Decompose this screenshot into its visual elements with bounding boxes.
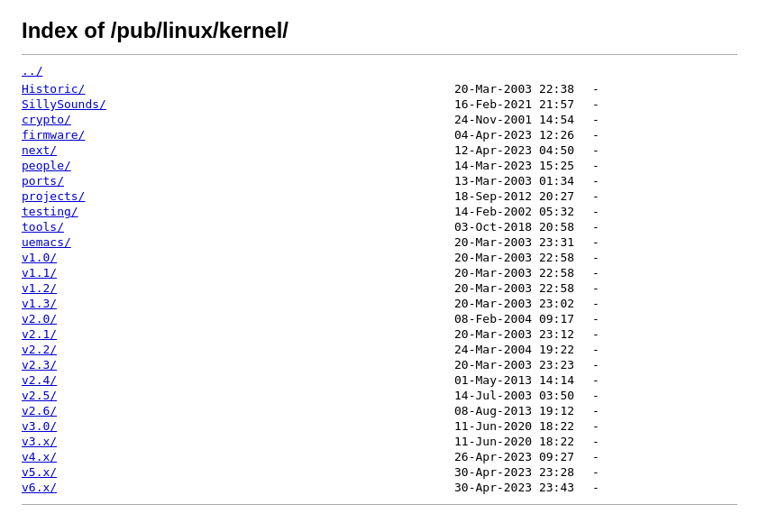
file-size: -: [574, 372, 737, 388]
file-link[interactable]: v2.6/: [22, 404, 57, 417]
bottom-divider: [22, 504, 737, 505]
file-link[interactable]: v5.x/: [22, 465, 57, 479]
file-link[interactable]: v2.5/: [22, 389, 57, 402]
list-item: firmware/04-Apr-2023 12:26-: [22, 127, 737, 142]
file-link[interactable]: ports/: [22, 174, 64, 188]
list-item: v1.0/20-Mar-2003 22:58-: [22, 250, 737, 265]
file-date: 20-Mar-2003 23:02: [274, 296, 574, 311]
file-size: -: [574, 219, 737, 234]
file-link[interactable]: firmware/: [22, 128, 85, 142]
file-size: -: [574, 342, 737, 357]
file-link[interactable]: v2.3/: [22, 358, 57, 371]
file-date: 20-Mar-2003 22:58: [274, 250, 574, 265]
file-date: 24-Mar-2004 19:22: [274, 342, 574, 357]
file-date: 11-Jun-2020 18:22: [274, 418, 574, 434]
list-item: projects/18-Sep-2012 20:27-: [22, 188, 737, 204]
file-size: -: [574, 204, 737, 219]
file-date: 20-Mar-2003 22:38: [274, 81, 574, 96]
file-size: -: [574, 296, 737, 311]
file-date: 08-Feb-2004 09:17: [274, 311, 574, 326]
list-item: next/12-Apr-2023 04:50-: [22, 142, 737, 158]
list-item: v2.6/08-Aug-2013 19:12-: [22, 403, 737, 418]
list-item: v2.0/08-Feb-2004 09:17-: [22, 311, 737, 326]
list-item: SillySounds/16-Feb-2021 21:57-: [22, 96, 737, 112]
file-size: -: [574, 142, 737, 158]
list-item: v5.x/30-Apr-2023 23:28-: [22, 464, 737, 480]
file-link[interactable]: v2.0/: [22, 312, 57, 326]
file-link[interactable]: v4.x/: [22, 450, 57, 463]
file-size: -: [574, 96, 737, 112]
file-size: -: [574, 188, 737, 204]
list-item: crypto/24-Nov-2001 14:54-: [22, 112, 737, 127]
file-table: Historic/20-Mar-2003 22:38-SillySounds/1…: [22, 81, 737, 495]
file-link[interactable]: v2.2/: [22, 343, 57, 356]
parent-link[interactable]: ../: [22, 64, 737, 78]
file-date: 13-Mar-2003 01:34: [274, 173, 574, 188]
list-item: people/14-Mar-2023 15:25-: [22, 158, 737, 173]
file-link[interactable]: v3.x/: [22, 435, 57, 448]
file-link[interactable]: v2.1/: [22, 327, 57, 341]
file-size: -: [574, 326, 737, 342]
file-date: 01-May-2013 14:14: [274, 372, 574, 388]
file-size: -: [574, 464, 737, 480]
file-date: 24-Nov-2001 14:54: [274, 112, 574, 127]
file-date: 16-Feb-2021 21:57: [274, 96, 574, 112]
file-date: 08-Aug-2013 19:12: [274, 403, 574, 418]
list-item: v2.5/14-Jul-2003 03:50-: [22, 388, 737, 403]
file-link[interactable]: projects/: [22, 189, 85, 203]
list-item: tools/03-Oct-2018 20:58-: [22, 219, 737, 234]
file-date: 26-Apr-2023 09:27: [274, 449, 574, 464]
file-link[interactable]: testing/: [22, 205, 78, 218]
list-item: v1.2/20-Mar-2003 22:58-: [22, 280, 737, 296]
file-link[interactable]: uemacs/: [22, 235, 71, 249]
file-link[interactable]: v1.1/: [22, 266, 57, 280]
list-item: v6.x/30-Apr-2023 23:43-: [22, 480, 737, 495]
file-size: -: [574, 265, 737, 280]
file-size: -: [574, 127, 737, 142]
file-size: -: [574, 449, 737, 464]
list-item: uemacs/20-Mar-2003 23:31-: [22, 234, 737, 250]
file-size: -: [574, 388, 737, 403]
file-size: -: [574, 357, 737, 372]
list-item: v2.4/01-May-2013 14:14-: [22, 372, 737, 388]
file-size: -: [574, 112, 737, 127]
list-item: v2.1/20-Mar-2003 23:12-: [22, 326, 737, 342]
file-link[interactable]: Historic/: [22, 82, 85, 96]
file-size: -: [574, 250, 737, 265]
file-size: -: [574, 311, 737, 326]
file-size: -: [574, 418, 737, 434]
file-date: 14-Feb-2002 05:32: [274, 204, 574, 219]
file-size: -: [574, 280, 737, 296]
list-item: v2.3/20-Mar-2003 23:23-: [22, 357, 737, 372]
file-date: 04-Apr-2023 12:26: [274, 127, 574, 142]
file-link[interactable]: v2.4/: [22, 373, 57, 387]
file-link[interactable]: people/: [22, 159, 71, 172]
file-date: 30-Apr-2023 23:43: [274, 480, 574, 495]
file-link[interactable]: tools/: [22, 220, 64, 234]
file-link[interactable]: v1.2/: [22, 281, 57, 295]
file-date: 18-Sep-2012 20:27: [274, 188, 574, 204]
list-item: Historic/20-Mar-2003 22:38-: [22, 81, 737, 96]
file-date: 14-Mar-2023 15:25: [274, 158, 574, 173]
file-link[interactable]: v6.x/: [22, 481, 57, 494]
file-date: 30-Apr-2023 23:28: [274, 464, 574, 480]
list-item: testing/14-Feb-2002 05:32-: [22, 204, 737, 219]
list-item: v3.x/11-Jun-2020 18:22-: [22, 434, 737, 449]
file-date: 20-Mar-2003 23:31: [274, 234, 574, 250]
file-size: -: [574, 403, 737, 418]
file-link[interactable]: next/: [22, 143, 57, 157]
list-item: v2.2/24-Mar-2004 19:22-: [22, 342, 737, 357]
file-link[interactable]: v3.0/: [22, 419, 57, 433]
file-date: 20-Mar-2003 22:58: [274, 265, 574, 280]
list-item: v3.0/11-Jun-2020 18:22-: [22, 418, 737, 434]
list-item: v4.x/26-Apr-2023 09:27-: [22, 449, 737, 464]
file-size: -: [574, 173, 737, 188]
file-size: -: [574, 480, 737, 495]
file-date: 20-Mar-2003 23:23: [274, 357, 574, 372]
file-link[interactable]: v1.3/: [22, 297, 57, 310]
file-link[interactable]: v1.0/: [22, 251, 57, 264]
file-link[interactable]: SillySounds/: [22, 97, 106, 111]
file-date: 20-Mar-2003 22:58: [274, 280, 574, 296]
file-date: 11-Jun-2020 18:22: [274, 434, 574, 449]
file-link[interactable]: crypto/: [22, 113, 71, 126]
